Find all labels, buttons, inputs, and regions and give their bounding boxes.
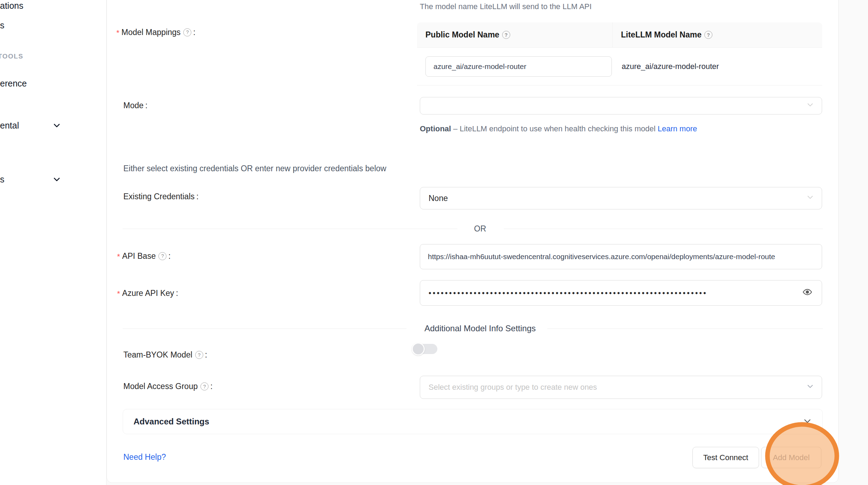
label-colon: : (168, 251, 170, 261)
learn-more-link[interactable]: Learn more (658, 124, 697, 133)
api-base-label-text: API Base (122, 251, 156, 261)
sidebar-item-label: s (0, 20, 5, 30)
page: ations s TOOLS erence ental s The model … (0, 0, 868, 485)
divider-line (547, 328, 823, 329)
help-question-icon[interactable]: ? (183, 28, 191, 36)
chevron-down-icon (53, 175, 61, 185)
header-text: Public Model Name (425, 30, 499, 40)
required-asterisk: * (117, 289, 120, 298)
model-access-group-label-text: Model Access Group (123, 382, 198, 391)
team-byok-toggle[interactable] (413, 344, 437, 354)
chevron-down-icon (806, 101, 814, 111)
mode-help-body: – LiteLLM endpoint to use when health ch… (451, 124, 658, 133)
team-byok-label-text: Team-BYOK Model (123, 350, 192, 360)
model-name-helper-text: The model name LiteLLM will send to the … (420, 2, 592, 11)
table-header-row: Public Model Name ? LiteLLM Model Name ? (417, 22, 822, 48)
divider-line (504, 229, 823, 229)
existing-credentials-label: Existing Credentials : (123, 192, 199, 201)
mode-label-text: Mode (123, 101, 144, 110)
label-colon: : (210, 382, 212, 391)
sidebar-item-truncated-ental[interactable]: ental (0, 120, 106, 131)
help-question-icon[interactable]: ? (195, 351, 203, 359)
model-mappings-table: Public Model Name ? LiteLLM Model Name ?… (417, 22, 822, 86)
advanced-settings-panel[interactable]: Advanced Settings (123, 409, 823, 434)
azure-api-key-label: * Azure API Key : (117, 288, 178, 298)
label-colon: : (176, 289, 178, 298)
litellm-model-name-value: azure_ai/azure-model-router (622, 62, 719, 71)
toggle-knob (412, 342, 425, 355)
sidebar-item-label: s (0, 174, 5, 185)
advanced-settings-title: Advanced Settings (134, 417, 209, 427)
additional-settings-divider-text: Additional Model Info Settings (418, 324, 542, 333)
add-model-button[interactable]: Add Model (761, 447, 821, 468)
required-asterisk: * (117, 252, 120, 261)
model-access-group-label: Model Access Group ? : (123, 382, 213, 391)
eye-icon[interactable] (802, 287, 813, 299)
public-model-name-input[interactable] (425, 56, 612, 77)
help-question-icon[interactable]: ? (200, 382, 209, 390)
or-divider-text: OR (468, 224, 493, 234)
label-colon: : (205, 350, 207, 360)
sidebar-item-truncated-ations[interactable]: ations (0, 1, 106, 11)
chevron-down-icon (803, 416, 812, 427)
model-mappings-label-text: Model Mappings (122, 28, 181, 37)
azure-api-key-input[interactable]: ••••••••••••••••••••••••••••••••••••••••… (420, 280, 822, 306)
azure-api-key-label-text: Azure API Key (122, 289, 174, 298)
masked-api-key-value: ••••••••••••••••••••••••••••••••••••••••… (429, 289, 765, 298)
chevron-down-icon (806, 193, 814, 203)
mode-help-text: Optional – LiteLLM endpoint to use when … (420, 122, 711, 136)
model-mappings-label: * Model Mappings ? : (116, 27, 196, 37)
existing-credentials-value: None (429, 194, 448, 203)
sidebar-section-tools: TOOLS (0, 53, 23, 60)
public-model-cell (417, 56, 613, 77)
existing-credentials-select[interactable]: None (420, 187, 822, 209)
api-base-input[interactable] (420, 244, 822, 269)
divider-line (123, 229, 457, 229)
test-connect-button[interactable]: Test Connect (692, 447, 759, 468)
model-access-group-select[interactable]: Select existing groups or type to create… (420, 376, 822, 399)
sidebar: ations s TOOLS erence ental s (0, 0, 107, 485)
model-access-group-placeholder: Select existing groups or type to create… (429, 383, 597, 392)
help-question-icon[interactable]: ? (502, 31, 510, 39)
label-colon: : (196, 192, 198, 201)
required-asterisk: * (116, 28, 119, 37)
table-row: azure_ai/azure-model-router (417, 48, 822, 85)
public-model-name-header: Public Model Name ? (417, 22, 613, 47)
team-byok-label: Team-BYOK Model ? : (123, 350, 207, 360)
mode-select[interactable] (420, 97, 822, 115)
api-base-label: * API Base ? : (117, 251, 171, 261)
sidebar-item-label: ations (0, 1, 23, 11)
help-question-icon[interactable]: ? (158, 252, 166, 260)
sidebar-item-truncated-s2[interactable]: s (0, 174, 106, 185)
sidebar-item-truncated-erence[interactable]: erence (0, 78, 106, 89)
credentials-note: Either select existing credentials OR en… (123, 164, 386, 173)
help-question-icon[interactable]: ? (704, 31, 712, 39)
need-help-link[interactable]: Need Help? (123, 452, 166, 462)
mode-label: Mode : (123, 101, 148, 110)
sidebar-item-truncated-s[interactable]: s (0, 20, 106, 30)
label-colon: : (193, 28, 195, 37)
mode-help-bold: Optional (420, 124, 451, 133)
sidebar-item-label: ental (0, 120, 19, 131)
header-text: LiteLLM Model Name (621, 30, 702, 40)
label-colon: : (145, 101, 148, 110)
divider-line (123, 328, 406, 329)
chevron-down-icon (53, 121, 61, 131)
litellm-model-name-header: LiteLLM Model Name ? (613, 22, 822, 47)
existing-credentials-label-text: Existing Credentials (123, 192, 194, 201)
sidebar-item-label: erence (0, 78, 27, 89)
chevron-down-icon (806, 382, 814, 392)
sidebar-section-label: TOOLS (0, 53, 23, 60)
